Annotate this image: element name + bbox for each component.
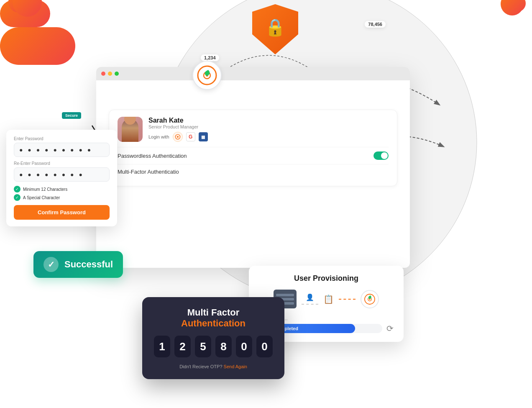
login-logo-icon[interactable]: [173, 132, 183, 142]
floating-counter-2: 1,234: [201, 54, 219, 61]
password-label-2: Re-Enter Password: [14, 161, 110, 166]
google-login-icon[interactable]: G: [186, 132, 195, 141]
success-badge: ✓ Successful: [33, 251, 123, 278]
browser-dot-minimize[interactable]: [108, 72, 112, 76]
cloud-decoration-2: [0, 27, 75, 65]
password-input-1[interactable]: ● ● ● ● ● ● ● ● ●: [14, 143, 110, 157]
browser-frame: Sarah Kate Senior Product Manager Login …: [96, 67, 410, 268]
otp-digit-1: 1: [154, 336, 170, 357]
otp-digit-5: 0: [236, 336, 252, 357]
mfa-title-sub: Authentication: [154, 318, 273, 329]
shield-badge: 🔒: [252, 4, 298, 54]
otp-digit-2: 2: [174, 336, 191, 357]
otp-digits-container: 1 2 5 8 0 0: [154, 336, 273, 357]
success-check-icon: ✓: [43, 257, 59, 272]
browser-bar: [96, 67, 410, 80]
resend-link[interactable]: Send Again: [224, 364, 247, 369]
check-icon-2: ✓: [14, 194, 20, 201]
validation-item-2: ✓ A Special Character: [14, 194, 110, 201]
mfa-footer-text: Didn't Recieve OTP?: [179, 364, 222, 369]
success-text: Successful: [64, 259, 113, 270]
document-icon: 📋: [323, 294, 334, 304]
flow-arrow-1: 👤: [302, 293, 318, 305]
microsoft-login-icon[interactable]: ▦: [199, 132, 208, 141]
browser-dot-maximize[interactable]: [115, 72, 119, 76]
otp-digit-3: 5: [195, 336, 211, 357]
validation-text-1: Minimum 12 Characters: [23, 187, 67, 192]
flow-arrow-2: [339, 299, 356, 300]
provisioning-title: User Provisioning: [259, 274, 394, 283]
mfa-label: Multi-Factor Authenticatio: [118, 169, 179, 175]
otp-digit-6: 0: [256, 336, 273, 357]
passwordless-label: Passwordless Authentication: [118, 153, 187, 159]
confirm-password-button[interactable]: Confirm Password: [14, 205, 110, 220]
lock-icon: 🔒: [265, 18, 286, 37]
profile-avatar: [118, 117, 143, 142]
mfa-title: Multi Factor Authentication: [154, 307, 273, 329]
loading-spinner: ⟳: [386, 323, 394, 334]
profile-card: Sarah Kate Senior Product Manager Login …: [109, 110, 397, 186]
floating-counter-1: 78,456: [365, 21, 386, 28]
check-icon-1: ✓: [14, 186, 20, 192]
annotation-tag: Secure: [62, 112, 81, 119]
brand-logo-circle: [192, 61, 222, 90]
password-form-card: Enter Password ● ● ● ● ● ● ● ● ● Re-Ente…: [6, 130, 117, 226]
mfa-card: Multi Factor Authentication 1 2 5 8 0 0 …: [142, 297, 284, 379]
user-flow-icon: 👤: [306, 293, 314, 301]
browser-dot-close[interactable]: [101, 72, 105, 76]
svg-point-11: [176, 136, 178, 138]
brand-logo-small: [361, 290, 379, 308]
passwordless-toggle[interactable]: [373, 151, 389, 160]
validation-item-1: ✓ Minimum 12 Characters: [14, 186, 110, 192]
otp-digit-4: 8: [215, 336, 232, 357]
password-label-1: Enter Password: [14, 136, 110, 141]
login-with-label: Login with: [148, 134, 169, 139]
profile-role: Senior Product Manager: [148, 124, 208, 129]
password-input-2[interactable]: ● ● ● ● ● ● ● ●: [14, 167, 110, 182]
mfa-title-main: Multi Factor: [154, 307, 273, 318]
validation-text-2: A Special Character: [23, 195, 60, 200]
mfa-footer: Didn't Recieve OTP? Send Again: [154, 364, 273, 369]
profile-name: Sarah Kate: [148, 117, 208, 124]
browser-content: Sarah Kate Senior Product Manager Login …: [96, 80, 410, 268]
